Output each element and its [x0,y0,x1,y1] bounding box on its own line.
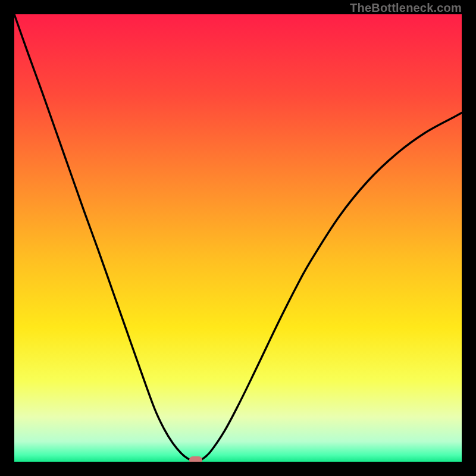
chart-frame: TheBottleneck.com [0,0,476,476]
plot-area [14,14,462,462]
watermark-text: TheBottleneck.com [350,1,462,15]
bottleneck-curve [14,14,462,462]
optimal-marker [189,456,202,462]
